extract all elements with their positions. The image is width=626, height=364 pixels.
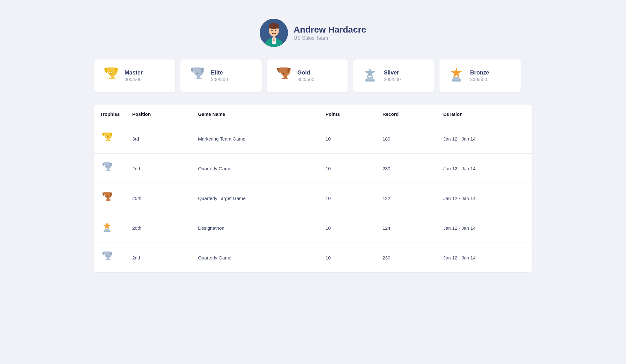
trophy-card-icon-gold: ★ <box>274 65 293 86</box>
cell-trophy-3 <box>94 213 126 243</box>
svg-text:★: ★ <box>106 254 108 257</box>
trophy-card-score-gold: 300/500 <box>297 77 314 82</box>
cell-duration-2: Jan 12 - Jan 14 <box>437 183 532 213</box>
table-row: ★ 25th Quarterly Target Game 10 122 Jan … <box>94 183 532 213</box>
trophy-card-score-silver: 300/500 <box>384 77 401 82</box>
row-trophy-icon-4: ★ <box>100 250 120 265</box>
cell-trophy-4: ★ <box>94 243 126 273</box>
trophy-card-master: ★ Master 300/500 <box>94 59 175 92</box>
svg-point-8 <box>271 30 273 31</box>
trophy-card-silver: Silver 300/500 <box>353 59 434 92</box>
profile-name: Andrew Hardacre <box>294 25 366 35</box>
cell-game-name-2: Quarterly Target Game <box>192 183 319 213</box>
trophy-card-score-bronze: 300/500 <box>470 77 489 82</box>
svg-text:★: ★ <box>106 136 108 137</box>
table-row: 26th Designathon 10 124 Jan 12 - Jan 14 <box>94 213 532 243</box>
data-table: TrophiesPositionGame NamePointsRecordDur… <box>94 105 532 272</box>
row-trophy-icon-0: ★ <box>100 131 120 146</box>
svg-rect-16 <box>367 77 373 80</box>
col-header-trophies: Trophies <box>94 105 126 124</box>
trophy-card-info-silver: Silver 300/500 <box>384 69 401 82</box>
cell-duration-0: Jan 12 - Jan 14 <box>437 124 532 154</box>
col-header-position: Position <box>126 105 192 124</box>
trophy-card-info-bronze: Bronze 300/500 <box>470 69 489 82</box>
trophy-card-icon-silver <box>361 65 379 86</box>
table-row: ★ 3rd Marketing Team Game 10 180 Jan 12 … <box>94 124 532 154</box>
trophy-card-icon-master: ★ <box>101 65 120 86</box>
trophy-card-title-silver: Silver <box>384 69 401 76</box>
trophy-card-icon-bronze <box>447 65 466 86</box>
cell-points-2: 10 <box>319 183 376 213</box>
profile-section: Andrew Hardacre US Sales Team <box>94 9 532 59</box>
cell-record-2: 122 <box>376 183 437 213</box>
cell-duration-4: Jan 12 - Jan 14 <box>437 243 532 273</box>
col-header-game-name: Game Name <box>192 105 319 124</box>
profile-info: Andrew Hardacre US Sales Team <box>294 25 366 41</box>
trophy-card-info-master: Master 300/500 <box>125 69 143 82</box>
trophy-card-title-bronze: Bronze <box>470 69 489 76</box>
trophy-card-bronze: Bronze 300/500 <box>439 59 521 92</box>
row-trophy-icon-1: ★ <box>100 161 120 176</box>
cell-duration-3: Jan 12 - Jan 14 <box>437 213 532 243</box>
table-row: ★ 2nd Quarterly Game 10 230 Jan 12 - Jan… <box>94 154 532 183</box>
cell-points-1: 10 <box>319 154 376 183</box>
cell-record-4: 230 <box>376 243 437 273</box>
trophy-card-elite: ★ Elite 300/500 <box>180 59 262 92</box>
table-row: ★ 2nd Quarterly Game 10 230 Jan 12 - Jan… <box>94 243 532 273</box>
svg-text:★: ★ <box>110 72 112 74</box>
col-header-duration: Duration <box>437 105 532 124</box>
svg-rect-27 <box>105 229 110 231</box>
cell-record-0: 180 <box>376 124 437 154</box>
col-header-record: Record <box>376 105 437 124</box>
svg-text:★: ★ <box>106 165 108 168</box>
trophy-card-score-master: 300/500 <box>125 77 143 82</box>
trophy-card-score-elite: 300/500 <box>211 77 228 82</box>
svg-marker-17 <box>365 68 376 78</box>
svg-text:★: ★ <box>282 72 285 75</box>
svg-marker-29 <box>103 222 111 229</box>
trophy-card-title-gold: Gold <box>297 69 314 76</box>
svg-text:★: ★ <box>106 195 108 198</box>
trophy-card-info-gold: Gold 300/500 <box>297 69 314 82</box>
cell-points-4: 10 <box>319 243 376 273</box>
cell-position-3: 26th <box>126 213 192 243</box>
table-header: TrophiesPositionGame NamePointsRecordDur… <box>94 105 532 124</box>
avatar <box>260 19 288 47</box>
cell-position-1: 2nd <box>126 154 192 183</box>
page-container: Andrew Hardacre US Sales Team ★ Master 3… <box>94 9 532 272</box>
profile-team: US Sales Team <box>294 35 366 41</box>
cell-points-3: 10 <box>319 213 376 243</box>
svg-point-9 <box>275 30 276 31</box>
cell-game-name-0: Marketing Team Game <box>192 124 319 154</box>
cell-game-name-3: Designathon <box>192 213 319 243</box>
cell-duration-1: Jan 12 - Jan 14 <box>437 154 532 183</box>
trophy-card-icon-elite: ★ <box>188 65 207 86</box>
trophy-cards: ★ Master 300/500 ★ Elite 300/500 ★ <box>94 59 532 92</box>
cell-game-name-4: Quarterly Game <box>192 243 319 273</box>
cell-record-3: 124 <box>376 213 437 243</box>
col-header-points: Points <box>319 105 376 124</box>
cell-position-4: 2nd <box>126 243 192 273</box>
cell-game-name-1: Quarterly Game <box>192 154 319 183</box>
cell-position-0: 3rd <box>126 124 192 154</box>
svg-marker-20 <box>451 68 462 78</box>
cell-trophy-0: ★ <box>94 124 126 154</box>
cell-points-0: 10 <box>319 124 376 154</box>
row-trophy-icon-3 <box>100 220 120 236</box>
cell-trophy-1: ★ <box>94 154 126 183</box>
svg-text:★: ★ <box>196 72 199 75</box>
trophy-card-title-elite: Elite <box>211 69 228 76</box>
cell-record-1: 230 <box>376 154 437 183</box>
svg-rect-19 <box>453 77 459 80</box>
table-section: TrophiesPositionGame NamePointsRecordDur… <box>94 105 532 272</box>
trophy-card-info-elite: Elite 300/500 <box>211 69 228 82</box>
trophy-card-title-master: Master <box>125 69 143 76</box>
trophy-card-gold: ★ Gold 300/500 <box>267 59 348 92</box>
cell-position-2: 25th <box>126 183 192 213</box>
row-trophy-icon-2: ★ <box>100 190 120 206</box>
svg-rect-7 <box>269 26 279 28</box>
table-body: ★ 3rd Marketing Team Game 10 180 Jan 12 … <box>94 124 532 273</box>
cell-trophy-2: ★ <box>94 183 126 213</box>
